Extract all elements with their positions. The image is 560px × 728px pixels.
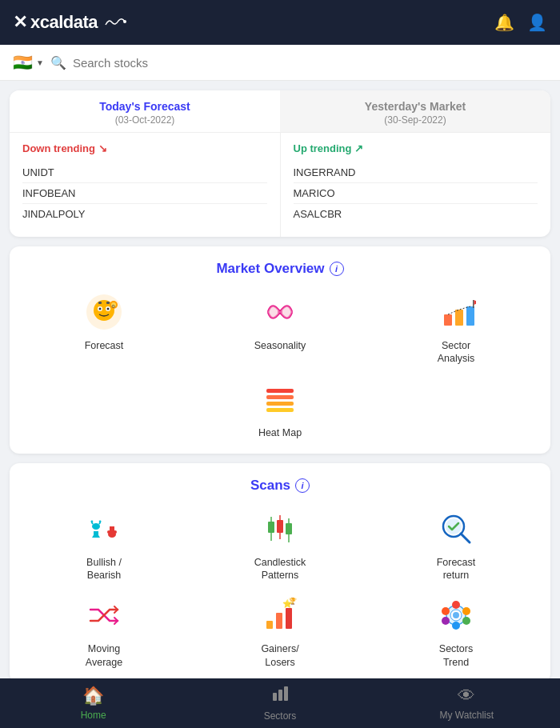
flag-selector[interactable]: 🇮🇳 ▼ xyxy=(13,53,44,72)
forecast-return-item[interactable]: Forecastreturn xyxy=(371,508,541,582)
sectors-trend-icon xyxy=(435,594,477,636)
forecast-icon: ⚙ xyxy=(83,291,125,333)
up-trending-col: Up trending ↗ INGERRAND MARICO ASALCBR xyxy=(280,133,551,237)
moving-average-icon xyxy=(83,594,125,636)
svg-point-51 xyxy=(453,612,459,618)
bullish-bearish-icon xyxy=(83,508,125,550)
moving-average-item[interactable]: MovingAverage xyxy=(19,594,189,669)
yesterday-market-label: Yesterday's Market xyxy=(286,100,544,113)
up-stock-1[interactable]: INGERRAND xyxy=(294,162,538,183)
forecast-item[interactable]: ⚙ Forecast xyxy=(19,291,189,366)
flag-emoji: 🇮🇳 xyxy=(13,53,33,72)
svg-point-44 xyxy=(452,601,460,609)
svg-point-0 xyxy=(123,20,126,23)
yesterday-market-date: (30-Sep-2022) xyxy=(286,114,544,126)
down-stock-1[interactable]: UNIDT xyxy=(22,162,267,183)
svg-rect-8 xyxy=(106,302,110,304)
up-stock-3[interactable]: ASALCBR xyxy=(294,204,538,224)
svg-rect-16 xyxy=(473,300,474,308)
gainers-losers-label: Gainers/Losers xyxy=(261,642,298,669)
svg-text:⚙: ⚙ xyxy=(111,304,115,309)
candlestick-item[interactable]: CandlestickPatterns xyxy=(195,508,365,582)
seasonality-item[interactable]: Seasonality xyxy=(195,291,365,366)
svg-rect-18 xyxy=(266,395,294,399)
svg-point-45 xyxy=(462,607,470,615)
heatmap-icon xyxy=(259,378,301,420)
nav-sectors-label: Sectors xyxy=(264,710,297,722)
search-input[interactable] xyxy=(73,56,547,70)
notification-icon[interactable]: 🔔 xyxy=(494,13,514,32)
nav-watchlist-label: My Watchlist xyxy=(440,710,494,721)
moving-average-label: MovingAverage xyxy=(86,642,122,669)
nav-home[interactable]: 🏠 Home xyxy=(0,678,186,728)
sectors-nav-icon xyxy=(271,685,289,707)
today-forecast-tab[interactable]: Today's Forecast (03-Oct-2022) xyxy=(10,90,280,132)
down-stock-3[interactable]: JINDALPOLY xyxy=(22,204,267,224)
up-trend-arrow-icon: ↗ xyxy=(354,142,363,154)
svg-line-37 xyxy=(461,534,470,542)
scans-title: Scans i xyxy=(19,478,541,494)
nav-sectors[interactable]: Sectors xyxy=(186,678,373,728)
svg-rect-83 xyxy=(284,686,288,701)
svg-rect-15 xyxy=(466,306,474,326)
bullish-bearish-label: Bullish /Bearish xyxy=(86,556,122,582)
heatmap-item[interactable]: Heat Map xyxy=(195,378,365,439)
svg-rect-22 xyxy=(94,531,98,536)
svg-rect-39 xyxy=(276,613,282,629)
scans-card: Scans i xyxy=(10,463,550,683)
yesterday-market-tab[interactable]: Yesterday's Market (30-Sep-2022) xyxy=(280,90,550,132)
svg-point-27 xyxy=(107,530,110,534)
svg-point-49 xyxy=(442,607,450,615)
chevron-down-icon: ▼ xyxy=(36,58,44,67)
down-stock-2[interactable]: INFOBEAN xyxy=(22,183,267,204)
gainers-losers-item[interactable]: ⭐ 🏆 Gainers/Losers xyxy=(195,594,365,669)
today-forecast-date: (03-Oct-2022) xyxy=(16,114,274,126)
market-overview-grid: ⚙ Forecast Seasonality xyxy=(19,291,541,439)
bullish-bearish-item[interactable]: Bullish /Bearish xyxy=(19,508,189,582)
svg-rect-34 xyxy=(286,523,292,534)
svg-rect-14 xyxy=(455,310,463,326)
home-icon: 🏠 xyxy=(82,686,104,706)
candlestick-icon xyxy=(259,508,301,550)
seasonality-label: Seasonality xyxy=(254,339,306,352)
sector-analysis-item[interactable]: SectorAnalysis xyxy=(371,291,541,366)
forecast-tabs: Today's Forecast (03-Oct-2022) Yesterday… xyxy=(10,90,550,132)
svg-point-28 xyxy=(114,530,117,534)
bottom-nav: 🏠 Home Sectors 👁 My Watchlist xyxy=(0,678,560,728)
svg-rect-7 xyxy=(98,302,102,304)
profile-icon[interactable]: 👤 xyxy=(527,13,547,32)
nav-watchlist[interactable]: 👁 My Watchlist xyxy=(374,678,560,728)
svg-rect-25 xyxy=(110,526,114,531)
sector-analysis-label: SectorAnalysis xyxy=(438,339,475,366)
logo: ✕ xcaldata xyxy=(13,12,128,33)
up-stock-2[interactable]: MARICO xyxy=(294,183,538,204)
sectors-trend-label: SectorsTrend xyxy=(439,642,473,669)
svg-rect-81 xyxy=(273,693,277,701)
search-bar: 🇮🇳 ▼ 🔍 xyxy=(0,45,560,81)
svg-rect-19 xyxy=(266,402,294,406)
svg-rect-30 xyxy=(268,522,274,533)
down-trend-label: Down trending ↘ xyxy=(22,142,267,154)
sectors-trend-item[interactable]: SectorsTrend xyxy=(371,594,541,669)
svg-rect-38 xyxy=(266,621,273,629)
heatmap-label: Heat Map xyxy=(258,426,302,439)
svg-point-6 xyxy=(107,308,110,310)
svg-point-47 xyxy=(452,622,460,630)
sector-analysis-icon xyxy=(435,291,477,333)
up-trend-label: Up trending ↗ xyxy=(294,142,538,154)
svg-rect-82 xyxy=(278,690,282,701)
svg-point-46 xyxy=(462,617,470,625)
logo-x-icon: ✕ xyxy=(13,12,27,33)
svg-rect-13 xyxy=(444,314,452,326)
market-overview-info-icon[interactable]: i xyxy=(330,262,344,276)
svg-rect-32 xyxy=(277,520,283,533)
gainers-losers-icon: ⭐ 🏆 xyxy=(259,594,301,636)
svg-point-48 xyxy=(442,617,450,625)
svg-rect-40 xyxy=(286,608,292,629)
forecast-label: Forecast xyxy=(85,339,124,352)
header-icons: 🔔 👤 xyxy=(494,13,547,32)
svg-rect-17 xyxy=(266,389,294,393)
scans-info-icon[interactable]: i xyxy=(295,478,310,493)
forecast-body: Down trending ↘ UNIDT INFOBEAN JINDALPOL… xyxy=(10,132,550,237)
today-forecast-label: Today's Forecast xyxy=(16,100,274,113)
